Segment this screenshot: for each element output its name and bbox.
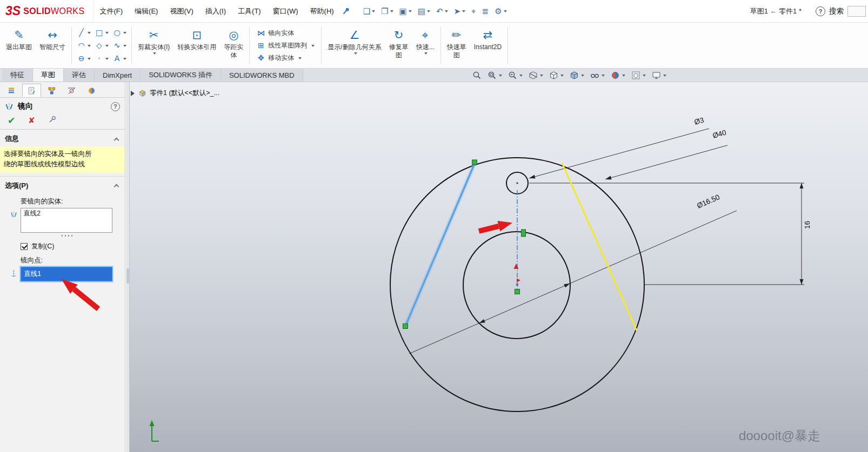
line-tool-icon: ╱ <box>77 28 86 37</box>
help-icon[interactable]: ? <box>816 6 825 16</box>
search-button[interactable]: 搜索 <box>829 6 844 16</box>
command-help-icon[interactable]: ? <box>111 102 120 111</box>
vertical-dimension-16[interactable] <box>529 183 804 285</box>
dimension-leader-hole[interactable] <box>529 129 709 179</box>
mirror-about-listbox[interactable]: 直线1 <box>21 267 112 281</box>
view-settings-button[interactable] <box>651 70 667 80</box>
pin-menu-button[interactable] <box>342 7 350 15</box>
arc-tool-button[interactable]: ◠ <box>76 39 92 52</box>
rectangle-tool-button[interactable]: □ <box>94 26 110 39</box>
feature-manager-tab[interactable] <box>2 84 21 97</box>
menu-view[interactable]: 视图(V) <box>164 6 199 16</box>
spline-tool-button[interactable]: ∿ <box>111 39 128 52</box>
view-orientation-button[interactable] <box>548 70 565 80</box>
property-manager-tab[interactable] <box>22 84 41 97</box>
command-manager-toolbar: ✎ 退出草图 ↔ 智能尺寸 ╱ □ ○ ◠ ◇ ∿ ⊖ · A ✂ 剪裁实体(I… <box>0 23 868 69</box>
new-document-button[interactable]: ❏ <box>361 5 377 18</box>
entities-to-mirror-listbox[interactable]: 直线2 <box>21 208 112 233</box>
info-message-box: 选择要镜向的实体及一镜向所 绕的草图线或线性模型边线 <box>0 146 125 172</box>
chevron-down-icon <box>123 32 126 36</box>
sketch-canvas[interactable]: 16 Ø3 Ø40 Ø16.50 <box>130 82 868 452</box>
search-input[interactable] <box>847 6 866 17</box>
splitter-handle[interactable] <box>126 268 129 284</box>
dimension-text-16[interactable]: 16 <box>803 221 811 229</box>
configuration-manager-tab[interactable] <box>42 84 61 97</box>
mirror-entities-button[interactable]: ⋈ 镜向实体 <box>255 28 316 38</box>
point-tool-button[interactable]: · <box>94 52 110 65</box>
text-tool-button[interactable]: A <box>111 52 128 65</box>
confirm-button[interactable]: ✔ <box>8 115 15 126</box>
menu-edit[interactable]: 编辑(E) <box>129 6 164 16</box>
info-section-header[interactable]: 信息 <box>0 130 125 146</box>
options-section-header[interactable]: 选项(P) <box>0 177 125 193</box>
copy-checkbox[interactable] <box>21 243 28 250</box>
polygon-tool-button[interactable]: ◇ <box>94 39 110 52</box>
dimension-text-bore[interactable]: Ø16.50 <box>696 193 721 210</box>
tab-features[interactable]: 特征 <box>2 69 33 82</box>
undo-button[interactable]: ↶ <box>434 5 450 18</box>
exit-sketch-button[interactable]: ✎ 退出草图 <box>2 24 36 66</box>
zoom-to-area-button[interactable] <box>486 70 503 80</box>
ellipse-tool-button[interactable]: ⊖ <box>76 52 92 65</box>
previous-view-button[interactable] <box>507 70 524 80</box>
evaluate-button[interactable]: ≣ <box>480 5 491 18</box>
print-button[interactable]: ▤ <box>416 5 432 18</box>
dimension-leader-bore[interactable] <box>409 211 737 354</box>
dimxpert-manager-tab[interactable] <box>62 84 81 97</box>
apply-scene-button[interactable] <box>630 70 647 80</box>
measure-button[interactable]: ⌖ <box>469 5 478 18</box>
line-tool-button[interactable]: ╱ <box>76 26 92 39</box>
instant2d-button[interactable]: ⇄ Instant2D <box>470 24 505 66</box>
listbox-resize-grip[interactable] <box>61 234 75 237</box>
repair-sketch-button[interactable]: ↻ 修复草 图 <box>385 24 412 66</box>
open-button[interactable]: ❐ <box>379 5 395 18</box>
circle-tool-button[interactable]: ○ <box>111 26 128 39</box>
polygon-tool-icon: ◇ <box>95 41 104 50</box>
quick-snaps-button[interactable]: ⌖ 快速... <box>412 24 438 66</box>
display-manager-tab[interactable] <box>82 84 101 97</box>
copy-option-row[interactable]: 复制(C) <box>21 242 125 251</box>
hide-show-items-button[interactable] <box>589 70 606 80</box>
pattern-tools-stack: ⋈ 镜向实体 ⊞ 线性草图阵列 ✥ 移动实体 <box>252 24 319 66</box>
quick-access-toolbar: ❏ ❐ ▣ ▤ ↶ ➤ ⌖ ≣ ⚙ <box>361 5 509 18</box>
offset-entities-button[interactable]: ◎ 等距实 体 <box>220 24 247 66</box>
tab-solidworks-mbd[interactable]: SOLIDWORKS MBD <box>221 69 303 82</box>
chevron-down-icon <box>427 10 430 14</box>
display-style-button[interactable] <box>569 70 585 80</box>
section-view-button[interactable] <box>528 70 544 80</box>
centerline-direction-arrow <box>514 264 519 269</box>
panel-splitter[interactable] <box>126 82 130 452</box>
select-button[interactable]: ➤ <box>452 5 468 18</box>
menu-help[interactable]: 帮助(H) <box>304 6 340 16</box>
zoom-to-fit-button[interactable] <box>471 70 483 80</box>
menu-file[interactable]: 文件(F) <box>94 6 129 16</box>
menu-tools[interactable]: 工具(T) <box>232 6 267 16</box>
selected-mirror-axis-item[interactable]: 直线1 <box>22 268 111 280</box>
edit-appearance-button[interactable] <box>610 70 626 80</box>
dimension-text-hole[interactable]: Ø3 <box>693 116 705 126</box>
move-entities-button[interactable]: ✥ 移动实体 <box>255 53 316 63</box>
selected-entity-item[interactable]: 直线2 <box>23 209 110 218</box>
cancel-button[interactable]: ✘ <box>28 116 35 125</box>
tab-solidworks-addins[interactable]: SOLIDWORKS 插件 <box>141 69 221 82</box>
search-area: ? 搜索 <box>802 6 868 17</box>
dimension-text-outer[interactable]: Ø40 <box>712 129 727 140</box>
smart-dimension-button[interactable]: ↔ 智能尺寸 <box>36 24 69 66</box>
tab-sketch[interactable]: 草图 <box>33 69 64 82</box>
rapid-sketch-button[interactable]: ✏ 快速草 图 <box>443 24 470 66</box>
mirror-about-row: 直线1 <box>0 267 125 281</box>
tab-evaluate[interactable]: 评估 <box>64 69 95 82</box>
keep-visible-pin-button[interactable] <box>48 116 57 125</box>
menu-window[interactable]: 窗口(W) <box>267 6 304 16</box>
linear-sketch-pattern-button[interactable]: ⊞ 线性草图阵列 <box>255 41 316 51</box>
graphics-viewport[interactable]: 零件1 (默认<<默认>_... 16 Ø3 Ø40 <box>130 82 868 452</box>
tab-dimxpert[interactable]: DimXpert <box>95 69 141 82</box>
selected-blue-line[interactable] <box>405 164 475 326</box>
menu-insert[interactable]: 插入(I) <box>199 6 232 16</box>
convert-entities-button[interactable]: ⊡ 转换实体引用 <box>173 24 220 66</box>
dimension-leader-outer[interactable] <box>605 145 727 179</box>
trim-entities-button[interactable]: ✂ 剪裁实体(I) <box>134 24 173 66</box>
options-button[interactable]: ⚙ <box>492 5 509 18</box>
save-button[interactable]: ▣ <box>397 5 414 18</box>
display-delete-relations-button[interactable]: ∠ 显示/删除几何关系 <box>324 24 385 66</box>
